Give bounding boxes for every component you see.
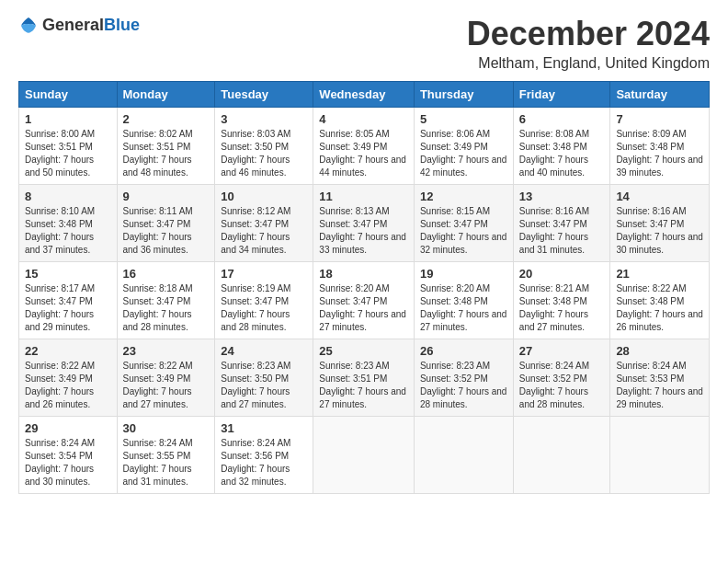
day-cell: 6 Sunrise: 8:08 AM Sunset: 3:48 PM Dayli…	[513, 108, 610, 185]
day-number: 10	[221, 190, 307, 203]
col-monday: Monday	[117, 82, 215, 108]
month-title: December 2024	[467, 15, 710, 53]
day-number: 24	[221, 344, 307, 358]
day-cell: 10 Sunrise: 8:12 AM Sunset: 3:47 PM Dayl…	[215, 185, 313, 262]
day-info: Sunrise: 8:17 AM Sunset: 3:47 PM Dayligh…	[25, 282, 111, 334]
day-number: 27	[519, 344, 605, 358]
day-info: Sunrise: 8:24 AM Sunset: 3:52 PM Dayligh…	[519, 360, 605, 411]
week-row-3: 15 Sunrise: 8:17 AM Sunset: 3:47 PM Dayl…	[19, 262, 710, 339]
logo-icon	[18, 15, 39, 35]
day-cell	[313, 417, 415, 494]
day-cell: 30 Sunrise: 8:24 AM Sunset: 3:55 PM Dayl…	[117, 417, 215, 494]
day-info: Sunrise: 8:22 AM Sunset: 3:49 PM Dayligh…	[123, 360, 210, 411]
day-cell: 2 Sunrise: 8:02 AM Sunset: 3:51 PM Dayli…	[117, 108, 215, 185]
day-info: Sunrise: 8:20 AM Sunset: 3:48 PM Dayligh…	[420, 282, 507, 334]
day-cell: 24 Sunrise: 8:23 AM Sunset: 3:50 PM Dayl…	[215, 339, 313, 417]
day-info: Sunrise: 8:19 AM Sunset: 3:47 PM Dayligh…	[221, 282, 307, 334]
day-cell: 17 Sunrise: 8:19 AM Sunset: 3:47 PM Dayl…	[215, 262, 313, 339]
day-info: Sunrise: 8:20 AM Sunset: 3:47 PM Dayligh…	[319, 282, 408, 334]
day-number: 8	[25, 190, 111, 203]
col-friday: Friday	[513, 82, 610, 108]
day-cell: 13 Sunrise: 8:16 AM Sunset: 3:47 PM Dayl…	[513, 185, 610, 262]
day-info: Sunrise: 8:15 AM Sunset: 3:47 PM Dayligh…	[420, 205, 507, 257]
day-number: 12	[420, 190, 507, 203]
day-info: Sunrise: 8:13 AM Sunset: 3:47 PM Dayligh…	[319, 205, 408, 257]
day-cell: 11 Sunrise: 8:13 AM Sunset: 3:47 PM Dayl…	[313, 185, 415, 262]
day-number: 2	[123, 112, 210, 126]
day-number: 22	[25, 344, 111, 358]
day-cell	[513, 417, 610, 494]
day-cell: 16 Sunrise: 8:18 AM Sunset: 3:47 PM Dayl…	[117, 262, 215, 339]
header-row: Sunday Monday Tuesday Wednesday Thursday…	[19, 82, 710, 108]
day-info: Sunrise: 8:21 AM Sunset: 3:48 PM Dayligh…	[519, 282, 605, 334]
day-cell: 29 Sunrise: 8:24 AM Sunset: 3:54 PM Dayl…	[19, 417, 118, 494]
day-cell: 15 Sunrise: 8:17 AM Sunset: 3:47 PM Dayl…	[19, 262, 118, 339]
day-info: Sunrise: 8:24 AM Sunset: 3:54 PM Dayligh…	[25, 437, 111, 488]
day-info: Sunrise: 8:23 AM Sunset: 3:50 PM Dayligh…	[221, 360, 307, 411]
day-number: 23	[123, 344, 210, 358]
day-info: Sunrise: 8:10 AM Sunset: 3:48 PM Dayligh…	[25, 205, 111, 257]
day-info: Sunrise: 8:22 AM Sunset: 3:49 PM Dayligh…	[25, 360, 111, 411]
day-info: Sunrise: 8:11 AM Sunset: 3:47 PM Dayligh…	[123, 205, 210, 257]
day-cell: 23 Sunrise: 8:22 AM Sunset: 3:49 PM Dayl…	[117, 339, 215, 417]
day-number: 5	[420, 112, 507, 126]
week-row-2: 8 Sunrise: 8:10 AM Sunset: 3:48 PM Dayli…	[19, 185, 710, 262]
col-thursday: Thursday	[414, 82, 513, 108]
day-info: Sunrise: 8:18 AM Sunset: 3:47 PM Dayligh…	[123, 282, 210, 334]
logo-text: GeneralBlue	[42, 16, 140, 35]
day-number: 29	[25, 421, 111, 435]
logo-general: General	[42, 16, 104, 34]
week-row-5: 29 Sunrise: 8:24 AM Sunset: 3:54 PM Dayl…	[19, 417, 710, 494]
week-row-4: 22 Sunrise: 8:22 AM Sunset: 3:49 PM Dayl…	[19, 339, 710, 417]
col-wednesday: Wednesday	[313, 82, 415, 108]
day-number: 3	[221, 112, 307, 126]
day-info: Sunrise: 8:24 AM Sunset: 3:53 PM Dayligh…	[616, 360, 703, 411]
day-cell: 22 Sunrise: 8:22 AM Sunset: 3:49 PM Dayl…	[19, 339, 118, 417]
day-number: 28	[616, 344, 703, 358]
day-info: Sunrise: 8:22 AM Sunset: 3:48 PM Dayligh…	[616, 282, 703, 334]
day-cell: 19 Sunrise: 8:20 AM Sunset: 3:48 PM Dayl…	[414, 262, 513, 339]
day-number: 7	[616, 112, 703, 126]
col-saturday: Saturday	[610, 82, 710, 108]
day-cell: 3 Sunrise: 8:03 AM Sunset: 3:50 PM Dayli…	[215, 108, 313, 185]
day-info: Sunrise: 8:05 AM Sunset: 3:49 PM Dayligh…	[319, 128, 408, 179]
day-cell: 14 Sunrise: 8:16 AM Sunset: 3:47 PM Dayl…	[610, 185, 710, 262]
day-number: 26	[420, 344, 507, 358]
day-info: Sunrise: 8:24 AM Sunset: 3:55 PM Dayligh…	[123, 437, 210, 488]
logo-blue: Blue	[104, 16, 140, 34]
logo: GeneralBlue	[18, 15, 140, 35]
day-number: 25	[319, 344, 408, 358]
day-number: 21	[616, 267, 703, 281]
col-tuesday: Tuesday	[215, 82, 313, 108]
day-info: Sunrise: 8:16 AM Sunset: 3:47 PM Dayligh…	[616, 205, 703, 257]
day-number: 16	[123, 267, 210, 281]
day-number: 4	[319, 112, 408, 126]
location-title: Meltham, England, United Kingdom	[467, 55, 710, 72]
day-number: 6	[519, 112, 605, 126]
day-number: 20	[519, 267, 605, 281]
title-section: December 2024 Meltham, England, United K…	[467, 15, 710, 72]
day-cell: 25 Sunrise: 8:23 AM Sunset: 3:51 PM Dayl…	[313, 339, 415, 417]
day-number: 13	[519, 190, 605, 203]
page-header: GeneralBlue December 2024 Meltham, Engla…	[18, 15, 710, 72]
day-cell: 4 Sunrise: 8:05 AM Sunset: 3:49 PM Dayli…	[313, 108, 415, 185]
day-number: 9	[123, 190, 210, 203]
day-cell: 8 Sunrise: 8:10 AM Sunset: 3:48 PM Dayli…	[19, 185, 118, 262]
day-info: Sunrise: 8:06 AM Sunset: 3:49 PM Dayligh…	[420, 128, 507, 179]
day-cell	[414, 417, 513, 494]
day-cell: 9 Sunrise: 8:11 AM Sunset: 3:47 PM Dayli…	[117, 185, 215, 262]
day-number: 17	[221, 267, 307, 281]
day-cell: 27 Sunrise: 8:24 AM Sunset: 3:52 PM Dayl…	[513, 339, 610, 417]
day-info: Sunrise: 8:08 AM Sunset: 3:48 PM Dayligh…	[519, 128, 605, 179]
day-info: Sunrise: 8:12 AM Sunset: 3:47 PM Dayligh…	[221, 205, 307, 257]
day-cell: 20 Sunrise: 8:21 AM Sunset: 3:48 PM Dayl…	[513, 262, 610, 339]
day-info: Sunrise: 8:09 AM Sunset: 3:48 PM Dayligh…	[616, 128, 703, 179]
calendar-table: Sunday Monday Tuesday Wednesday Thursday…	[18, 81, 710, 494]
day-number: 15	[25, 267, 111, 281]
day-info: Sunrise: 8:02 AM Sunset: 3:51 PM Dayligh…	[123, 128, 210, 179]
day-cell: 12 Sunrise: 8:15 AM Sunset: 3:47 PM Dayl…	[414, 185, 513, 262]
day-cell	[610, 417, 710, 494]
day-cell: 18 Sunrise: 8:20 AM Sunset: 3:47 PM Dayl…	[313, 262, 415, 339]
day-cell: 31 Sunrise: 8:24 AM Sunset: 3:56 PM Dayl…	[215, 417, 313, 494]
day-number: 31	[221, 421, 307, 435]
